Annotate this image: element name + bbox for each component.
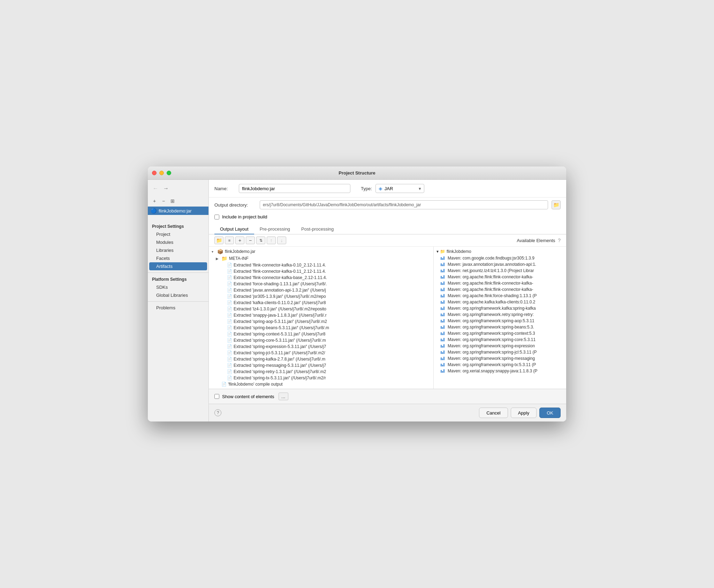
dots-button[interactable]: ... xyxy=(279,393,288,400)
tree-item-5[interactable]: 📄 Extracted 'jsr305-1.3.9.jar/' (/Users/… xyxy=(209,293,433,300)
tree-item-label-10: Extracted 'spring-beans-5.3.11.jar/' (/U… xyxy=(234,325,329,330)
apply-button[interactable]: Apply xyxy=(511,408,537,418)
close-button[interactable] xyxy=(152,171,157,175)
tree-item-16[interactable]: 📄 Extracted 'spring-messaging-5.3.11.jar… xyxy=(209,362,433,369)
output-dir-input[interactable] xyxy=(260,200,548,209)
maximize-button[interactable] xyxy=(167,171,171,175)
tree-item-label-5: Extracted 'jsr305-1.3.9.jar/' (/Users/j7… xyxy=(234,294,326,299)
available-folder-icon: 📁 xyxy=(440,249,445,254)
remove-tool-button[interactable]: − xyxy=(246,237,255,244)
tab-pre-processing[interactable]: Pre-processing xyxy=(254,224,296,234)
back-button[interactable]: ← xyxy=(151,185,160,192)
type-select[interactable]: ◈ JAR ▾ xyxy=(375,184,424,193)
include-checkbox[interactable] xyxy=(214,215,219,219)
sidebar-item-sdks[interactable]: SDKs xyxy=(148,283,208,291)
maven-item-8[interactable]: Maven: org.springframework.kafka:spring-… xyxy=(434,305,566,311)
tree-item-15[interactable]: 📄 Extracted 'spring-kafka-2.7.8.jar/' (/… xyxy=(209,356,433,362)
compile-output-item[interactable]: 📄 'flinkJobdemo' compile output xyxy=(209,381,433,387)
meta-inf-folder[interactable]: ▶ 📁 META-INF xyxy=(209,255,433,262)
type-chevron-icon: ▾ xyxy=(419,186,421,191)
cancel-button[interactable]: Cancel xyxy=(479,408,508,418)
maven-item-1[interactable]: Maven: javax.annotation:javax.annotation… xyxy=(434,261,566,268)
maven-bar-icon-7 xyxy=(441,300,446,304)
tree-item-17[interactable]: 📄 Extracted 'spring-retry-1.3.1.jar/' (/… xyxy=(209,369,433,375)
maven-label-4: Maven: org.apache.flink:flink-connector-… xyxy=(448,281,533,286)
tree-item-6[interactable]: 📄 Extracted 'kafka-clients-0.11.0.2.jar/… xyxy=(209,300,433,306)
maven-item-6[interactable]: Maven: org.apache.flink:force-shading:1.… xyxy=(434,293,566,299)
tree-item-8[interactable]: 📄 Extracted 'snappy-java-1.1.8.3.jar/' (… xyxy=(209,312,433,318)
maven-item-16[interactable]: Maven: org.springframework:spring-messag… xyxy=(434,355,566,362)
help-icon[interactable]: ? xyxy=(558,238,561,243)
tree-item-2[interactable]: 📄 Extracted 'flink-connector-kafka-base_… xyxy=(209,274,433,281)
tree-item-label-13: Extracted 'spring-expression-5.3.11.jar/… xyxy=(234,344,326,349)
tree-item-label-3: Extracted 'force-shading-1.13.1.jar/' (/… xyxy=(234,281,327,286)
tree-root-item[interactable]: ▾ 📦 flinkJobdemo.jar xyxy=(209,248,433,255)
list-tool-button[interactable]: ≡ xyxy=(225,237,234,244)
maven-item-7[interactable]: Maven: org.apache.kafka:kafka-clients:0.… xyxy=(434,299,566,305)
tab-output-layout[interactable]: Output Layout xyxy=(214,224,254,234)
tree-item-7[interactable]: 📄 Extracted 'lz4-1.3.0.jar/' (/Users/j7u… xyxy=(209,306,433,312)
tree-item-11[interactable]: 📄 Extracted 'spring-context-5.3.11.jar/'… xyxy=(209,331,433,337)
sort-tool-button[interactable]: ⇅ xyxy=(256,237,265,244)
copy-artifact-button[interactable]: ⊞ xyxy=(169,197,176,205)
help-button[interactable]: ? xyxy=(214,409,221,416)
maven-item-18[interactable]: Maven: org.xerial.snappy:snappy-java:1.1… xyxy=(434,368,566,374)
jar-type-icon: ◈ xyxy=(379,186,382,191)
show-content-checkbox[interactable] xyxy=(214,394,219,399)
maven-label-1: Maven: javax.annotation:javax.annotation… xyxy=(448,262,536,267)
maven-item-12[interactable]: Maven: org.springframework:spring-contex… xyxy=(434,330,566,336)
tree-item-label-11: Extracted 'spring-context-5.3.11.jar/' (… xyxy=(234,332,325,336)
sidebar-item-project[interactable]: Project xyxy=(148,230,208,238)
maven-item-2[interactable]: Maven: net.jpountz.lz4:lz4:1.3.0 (Projec… xyxy=(434,268,566,274)
tree-item-13[interactable]: 📄 Extracted 'spring-expression-5.3.11.ja… xyxy=(209,343,433,350)
maven-item-10[interactable]: Maven: org.springframework:spring-aop:5.… xyxy=(434,318,566,324)
maven-item-13[interactable]: Maven: org.springframework:spring-core:5… xyxy=(434,336,566,343)
browse-button[interactable]: 📁 xyxy=(552,200,561,209)
output-dir-row: Output directory: 📁 xyxy=(209,198,566,212)
extract-icon-7: 📄 xyxy=(227,307,232,311)
maven-item-15[interactable]: Maven: org.springframework:spring-jcl:5.… xyxy=(434,349,566,355)
up-tool-button[interactable]: ↑ xyxy=(267,237,276,244)
down-tool-button[interactable]: ↓ xyxy=(277,237,286,244)
maven-item-5[interactable]: Maven: org.apache.flink:flink-connector-… xyxy=(434,286,566,293)
tree-item-3[interactable]: 📄 Extracted 'force-shading-1.13.1.jar/' … xyxy=(209,281,433,287)
tree-item-4[interactable]: 📄 Extracted 'javax.annotation-api-1.3.2.… xyxy=(209,287,433,293)
tree-item-9[interactable]: 📄 Extracted 'spring-aop-5.3.11.jar/' (/U… xyxy=(209,318,433,325)
tree-item-10[interactable]: 📄 Extracted 'spring-beans-5.3.11.jar/' (… xyxy=(209,325,433,331)
artifact-item-flinkjobdemo[interactable]: 🔵 flinkJobdemo:jar xyxy=(148,206,208,215)
extract-icon-9: 📄 xyxy=(227,319,232,324)
maven-item-0[interactable]: Maven: com.google.code.findbugs:jsr305:1… xyxy=(434,255,566,261)
sidebar-toolbar: + − ⊞ xyxy=(148,196,208,206)
maven-item-17[interactable]: Maven: org.springframework:spring-tx:5.3… xyxy=(434,362,566,368)
extract-icon-5: 📄 xyxy=(227,294,232,299)
tree-item-12[interactable]: 📄 Extracted 'spring-core-5.3.11.jar/' (/… xyxy=(209,337,433,343)
sidebar-item-artifacts[interactable]: Artifacts xyxy=(149,262,207,270)
sidebar-item-facets[interactable]: Facets xyxy=(148,254,208,262)
tree-item-14[interactable]: 📄 Extracted 'spring-jcl-5.3.11.jar/' (/U… xyxy=(209,350,433,356)
forward-button[interactable]: → xyxy=(162,185,170,192)
remove-artifact-button[interactable]: − xyxy=(160,197,167,205)
sidebar-item-global-libraries[interactable]: Global Libraries xyxy=(148,291,208,299)
add-artifact-button[interactable]: + xyxy=(151,197,158,205)
compile-icon: 📄 xyxy=(221,382,227,387)
maven-item-3[interactable]: Maven: org.apache.flink:flink-connector-… xyxy=(434,274,566,280)
maven-item-11[interactable]: Maven: org.springframework:spring-beans:… xyxy=(434,324,566,330)
tree-item-0[interactable]: 📄 Extracted 'flink-connector-kafka-0.10_… xyxy=(209,262,433,268)
add-tool-button[interactable]: + xyxy=(235,237,244,244)
maven-item-4[interactable]: Maven: org.apache.flink:flink-connector-… xyxy=(434,280,566,286)
folder-tool-button[interactable]: 📁 xyxy=(214,237,223,244)
name-input[interactable] xyxy=(239,184,350,193)
sidebar-item-modules[interactable]: Modules xyxy=(148,238,208,246)
up-tool-icon: ↑ xyxy=(270,238,273,243)
minimize-button[interactable] xyxy=(159,171,164,175)
maven-item-9[interactable]: Maven: org.springframework.retry:spring-… xyxy=(434,311,566,318)
tree-item-1[interactable]: 📄 Extracted 'flink-connector-kafka-0.11_… xyxy=(209,268,433,274)
sidebar-item-libraries[interactable]: Libraries xyxy=(148,246,208,254)
traffic-lights xyxy=(152,171,171,175)
tree-item-18[interactable]: 📄 Extracted 'spring-tx-5.3.11.jar/' (/Us… xyxy=(209,375,433,381)
sidebar-item-problems[interactable]: Problems xyxy=(148,304,208,312)
available-root[interactable]: ▾ 📁 flinkJobdemo xyxy=(434,248,566,255)
maven-item-14[interactable]: Maven: org.springframework:spring-expres… xyxy=(434,343,566,349)
ok-button[interactable]: OK xyxy=(539,408,561,418)
tab-post-processing[interactable]: Post-processing xyxy=(296,224,339,234)
